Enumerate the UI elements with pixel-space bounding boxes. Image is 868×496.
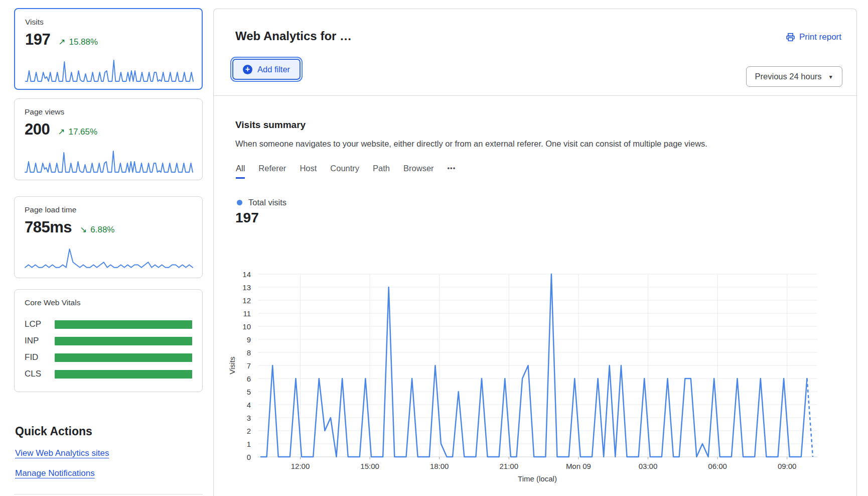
- x-axis-tick-label: 03:00: [639, 462, 658, 470]
- cwv-score-bar: [55, 370, 192, 379]
- x-axis-tick-label: 12:00: [291, 462, 310, 470]
- total-visits-value: 197: [235, 210, 259, 226]
- web-analytics-dashboard: { "colors": { "accent_blue": "#1d52d9", …: [0, 0, 868, 496]
- tab-country[interactable]: Country: [330, 164, 359, 179]
- tab-path[interactable]: Path: [373, 164, 390, 179]
- page-views-sparkline: [24, 148, 194, 174]
- y-axis-tick-label: 2: [247, 427, 251, 435]
- quick-action-link-manage-notifications[interactable]: Manage Notifications: [15, 468, 95, 478]
- metric-row: 785ms ↘ 6.88%: [25, 218, 202, 236]
- core-web-vitals-card[interactable]: Core Web Vitals LCPINPFIDCLS: [14, 289, 203, 392]
- quick-actions-title: Quick Actions: [15, 425, 203, 438]
- x-axis-tick-label: 21:00: [500, 462, 519, 470]
- time-range-dropdown[interactable]: Previous 24 hours ▼: [746, 66, 842, 87]
- time-range-label: Previous 24 hours: [755, 72, 822, 81]
- quick-actions: Quick Actions View Web Analytics sitesMa…: [15, 425, 203, 478]
- metric-card-page-views[interactable]: Page views 200 ↗ 17.65%: [14, 98, 203, 180]
- x-axis-tick-label: 06:00: [708, 462, 727, 470]
- y-axis-tick-label: 13: [242, 283, 251, 292]
- metric-delta: ↗ 15.88%: [58, 37, 98, 47]
- summary-tabs: AllRefererHostCountryPathBrowser•••: [236, 164, 456, 179]
- tab-all[interactable]: All: [236, 164, 245, 179]
- y-axis-tick-label: 8: [247, 348, 251, 357]
- x-axis-tick-label: 15:00: [360, 462, 379, 470]
- legend-label: Total visits: [248, 198, 286, 207]
- y-axis-title: Visits: [228, 356, 236, 375]
- plus-circle-icon: +: [243, 65, 252, 74]
- add-filter-label: Add filter: [257, 65, 290, 74]
- x-axis-tick-label: 18:00: [430, 462, 449, 470]
- tab-host[interactable]: Host: [300, 164, 317, 179]
- print-report-label: Print report: [799, 32, 841, 42]
- sidebar-bottom-divider: [14, 494, 203, 494]
- core-web-vitals-title: Core Web Vitals: [25, 298, 202, 307]
- metric-card-title: Page load time: [25, 205, 202, 214]
- cwv-label: LCP: [25, 319, 55, 329]
- y-axis-tick-label: 7: [247, 361, 251, 370]
- metric-delta: ↗ 17.65%: [58, 127, 97, 137]
- legend-dot-icon: [237, 200, 242, 205]
- x-axis-tick-label: Mon 09: [566, 462, 591, 470]
- cwv-score-bar: [55, 353, 192, 362]
- print-report-button[interactable]: Print report: [786, 32, 841, 42]
- tab-more[interactable]: •••: [448, 164, 456, 179]
- cwv-row-cls: CLS: [25, 369, 192, 379]
- core-web-vitals-rows: LCPINPFIDCLS: [25, 319, 192, 379]
- quick-action-link-view-web-analytics-sites[interactable]: View Web Analytics sites: [15, 448, 109, 458]
- metric-delta-value: 6.88%: [90, 225, 114, 235]
- trend-up-icon: ↗: [58, 127, 65, 137]
- y-axis-tick-label: 10: [242, 322, 251, 331]
- web-analytics-panel: Web Analytics for … Print report + Add f…: [213, 9, 857, 496]
- y-axis-tick-label: 11: [243, 309, 251, 318]
- cwv-row-fid: FID: [25, 352, 192, 362]
- metric-delta-value: 15.88%: [69, 37, 98, 47]
- visits-summary-title: Visits summary: [235, 119, 306, 131]
- trend-down-icon: ↘: [80, 224, 87, 235]
- visits-sparkline: [24, 57, 195, 83]
- tab-referer[interactable]: Referer: [258, 164, 286, 179]
- cwv-label: CLS: [25, 369, 55, 379]
- metric-card-title: Visits: [25, 18, 202, 27]
- y-axis-tick-label: 3: [247, 414, 251, 422]
- chevron-down-icon: ▼: [828, 74, 833, 80]
- visits-summary-description: When someone navigates to your website, …: [235, 139, 707, 149]
- metric-row: 197 ↗ 15.88%: [25, 31, 202, 49]
- y-axis-tick-label: 1: [247, 440, 251, 448]
- printer-icon: [786, 33, 795, 42]
- y-axis-tick-label: 14: [242, 270, 251, 279]
- add-filter-button[interactable]: + Add filter: [232, 59, 301, 80]
- cwv-label: FID: [25, 352, 55, 362]
- chart-legend: Total visits: [237, 198, 286, 207]
- metric-row: 200 ↗ 17.65%: [25, 120, 202, 139]
- y-axis-tick-label: 6: [247, 375, 251, 383]
- y-axis-tick-label: 4: [247, 401, 251, 409]
- visits-line-chart: 0123456789101112131412:0015:0018:0021:00…: [214, 263, 857, 496]
- metric-card-page-load-time[interactable]: Page load time 785ms ↘ 6.88%: [14, 196, 203, 278]
- metric-value: 200: [25, 120, 50, 139]
- x-axis-title: Time (local): [518, 474, 557, 483]
- cwv-score-bar: [55, 337, 192, 345]
- page-load-sparkline: [24, 246, 194, 272]
- page-title: Web Analytics for …: [235, 29, 352, 43]
- y-axis-tick-label: 12: [242, 296, 251, 305]
- metric-delta-value: 17.65%: [68, 127, 97, 137]
- header-divider: [214, 95, 856, 96]
- metric-card-title: Page views: [25, 107, 202, 116]
- quick-actions-links: View Web Analytics sitesManage Notificat…: [15, 448, 203, 478]
- trend-up-icon: ↗: [58, 37, 65, 47]
- tab-browser[interactable]: Browser: [403, 164, 434, 179]
- cwv-row-inp: INP: [25, 336, 192, 346]
- metric-value: 785ms: [25, 218, 72, 236]
- metric-delta: ↘ 6.88%: [80, 224, 114, 235]
- y-axis-tick-label: 5: [247, 388, 251, 396]
- metric-value: 197: [25, 31, 50, 49]
- y-axis-tick-label: 9: [247, 335, 251, 344]
- y-axis-tick-label: 0: [247, 453, 251, 461]
- cwv-score-bar: [55, 320, 192, 329]
- metric-card-visits[interactable]: Visits 197 ↗ 15.88%: [14, 8, 203, 90]
- cwv-label: INP: [25, 336, 55, 346]
- x-axis-tick-label: 09:00: [778, 462, 797, 470]
- cwv-row-lcp: LCP: [25, 319, 192, 329]
